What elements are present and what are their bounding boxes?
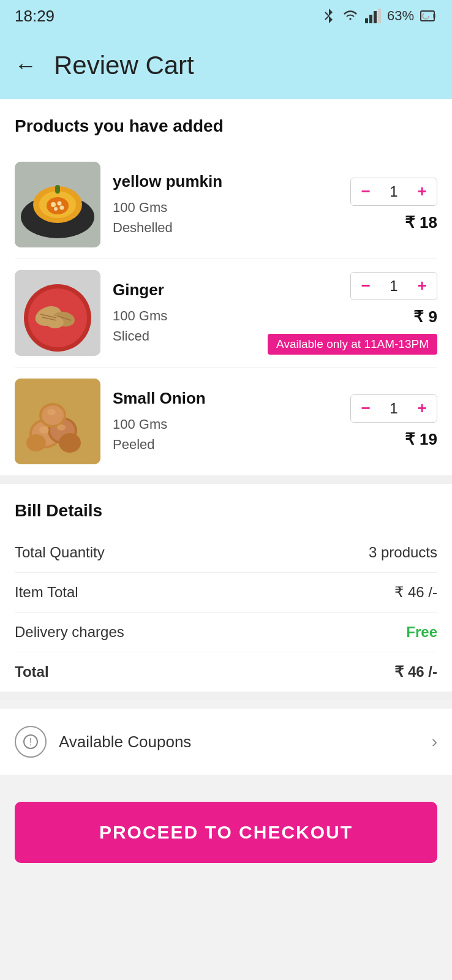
svg-point-14 bbox=[60, 206, 64, 210]
product-details-small-onion: Small Onion 100 GmsPeeled bbox=[113, 389, 338, 454]
svg-text:!: ! bbox=[29, 737, 32, 747]
product-details-yellow-pumpkin: yellow pumkin 100 GmsDeshelled bbox=[113, 172, 338, 238]
products-section-title: Products you have added bbox=[15, 116, 437, 136]
product-price-yellow-pumpkin: ₹ 18 bbox=[405, 213, 437, 232]
bill-row-3: Total ₹ 46 /- bbox=[15, 652, 437, 692]
svg-point-33 bbox=[26, 434, 46, 451]
qty-decrease-small-onion[interactable]: − bbox=[351, 395, 380, 422]
bill-label-3: Total bbox=[15, 663, 49, 680]
qty-increase-ginger[interactable]: + bbox=[407, 273, 437, 300]
bill-value-2: Free bbox=[406, 624, 437, 641]
bill-row-2: Delivery charges Free bbox=[15, 612, 437, 652]
svg-point-36 bbox=[47, 409, 56, 415]
product-price-ginger: ₹ 9 bbox=[413, 307, 437, 326]
section-divider bbox=[0, 475, 452, 484]
product-item-ginger: Ginger 100 GmsSliced − 1 + ₹ 9 Available… bbox=[15, 259, 437, 368]
product-desc-yellow-pumpkin: 100 GmsDeshelled bbox=[113, 197, 338, 238]
qty-value-yellow-pumpkin: 1 bbox=[380, 183, 407, 200]
coupon-label: Available Coupons bbox=[59, 733, 420, 752]
bill-row-1: Item Total ₹ 46 /- bbox=[15, 573, 437, 612]
battery-level: 63% bbox=[387, 8, 414, 24]
svg-point-13 bbox=[54, 207, 58, 211]
svg-point-32 bbox=[59, 433, 81, 453]
svg-rect-2 bbox=[374, 11, 377, 23]
product-desc-ginger: 100 GmsSliced bbox=[113, 306, 255, 346]
product-right-small-onion: − 1 + ₹ 19 bbox=[350, 394, 437, 449]
status-time: 18:29 bbox=[15, 7, 55, 26]
product-item-yellow-pumpkin: yellow pumkin 100 GmsDeshelled − 1 + ₹ 1… bbox=[15, 151, 437, 259]
svg-point-12 bbox=[58, 202, 62, 206]
product-name-yellow-pumpkin: yellow pumkin bbox=[113, 172, 338, 191]
qty-increase-yellow-pumpkin[interactable]: + bbox=[407, 178, 437, 205]
qty-control-yellow-pumpkin: − 1 + bbox=[350, 178, 437, 206]
signal-icon bbox=[365, 9, 381, 23]
product-price-small-onion: ₹ 19 bbox=[405, 430, 437, 449]
product-details-ginger: Ginger 100 GmsSliced bbox=[113, 281, 255, 346]
product-item-small-onion: Small Onion 100 GmsPeeled − 1 + ₹ 19 bbox=[15, 368, 437, 475]
product-right-ginger: − 1 + ₹ 9 Available only at 11AM-13PM bbox=[268, 272, 437, 355]
svg-rect-3 bbox=[378, 9, 381, 23]
checkout-area: PROCEED TO CHECKOUT bbox=[0, 783, 452, 881]
bill-rows: Total Quantity 3 products Item Total ₹ 4… bbox=[15, 533, 437, 692]
product-name-small-onion: Small Onion bbox=[113, 389, 338, 408]
qty-increase-small-onion[interactable]: + bbox=[407, 395, 437, 422]
bill-details-title: Bill Details bbox=[15, 501, 437, 521]
qty-value-small-onion: 1 bbox=[380, 400, 407, 417]
products-list: yellow pumkin 100 GmsDeshelled − 1 + ₹ 1… bbox=[15, 151, 437, 475]
bill-section: Bill Details Total Quantity 3 products I… bbox=[0, 484, 452, 692]
svg-rect-1 bbox=[369, 15, 372, 23]
product-name-ginger: Ginger bbox=[113, 281, 255, 300]
coupon-arrow-icon: › bbox=[432, 732, 437, 752]
header: ← Review Cart bbox=[0, 32, 452, 99]
product-right-yellow-pumpkin: − 1 + ₹ 18 bbox=[350, 178, 437, 232]
qty-value-ginger: 1 bbox=[380, 277, 407, 295]
qty-control-small-onion: − 1 + bbox=[350, 394, 437, 423]
qty-decrease-yellow-pumpkin[interactable]: − bbox=[351, 178, 380, 205]
product-desc-small-onion: 100 GmsPeeled bbox=[113, 414, 338, 454]
coupon-divider bbox=[0, 692, 452, 700]
bill-label-2: Delivery charges bbox=[15, 624, 124, 641]
checkout-button[interactable]: PROCEED TO CHECKOUT bbox=[15, 802, 437, 863]
svg-point-11 bbox=[51, 202, 56, 207]
product-image-ginger bbox=[15, 270, 100, 356]
qty-control-ginger: − 1 + bbox=[350, 272, 437, 300]
qty-decrease-ginger[interactable]: − bbox=[351, 273, 380, 300]
svg-point-31 bbox=[42, 405, 64, 425]
status-bar: 18:29 63% bbox=[0, 0, 452, 32]
status-icons: 63% bbox=[322, 7, 437, 24]
product-image-small-onion bbox=[15, 379, 100, 464]
bill-label-1: Item Total bbox=[15, 584, 78, 601]
wifi-icon bbox=[342, 9, 359, 23]
battery-icon bbox=[420, 9, 437, 23]
main-content: Products you have added y bbox=[0, 99, 452, 475]
bill-value-1: ₹ 46 /- bbox=[394, 584, 437, 601]
product-image-yellow-pumpkin bbox=[15, 162, 100, 247]
availability-badge-ginger: Available only at 11AM-13PM bbox=[268, 334, 437, 355]
page-title: Review Cart bbox=[54, 51, 194, 80]
svg-point-34 bbox=[39, 426, 49, 434]
bill-value-0: 3 products bbox=[369, 544, 437, 561]
coupon-icon: ! bbox=[15, 726, 47, 758]
bill-label-0: Total Quantity bbox=[15, 544, 105, 561]
svg-point-35 bbox=[57, 424, 66, 431]
svg-point-5 bbox=[423, 13, 429, 19]
bill-row-0: Total Quantity 3 products bbox=[15, 533, 437, 573]
svg-rect-0 bbox=[365, 18, 368, 23]
svg-point-10 bbox=[47, 197, 69, 214]
bill-value-3: ₹ 46 /- bbox=[394, 663, 437, 680]
svg-rect-15 bbox=[55, 185, 60, 194]
bluetooth-icon bbox=[322, 7, 336, 24]
coupons-row[interactable]: ! Available Coupons › bbox=[0, 709, 452, 775]
back-button[interactable]: ← bbox=[15, 55, 37, 77]
